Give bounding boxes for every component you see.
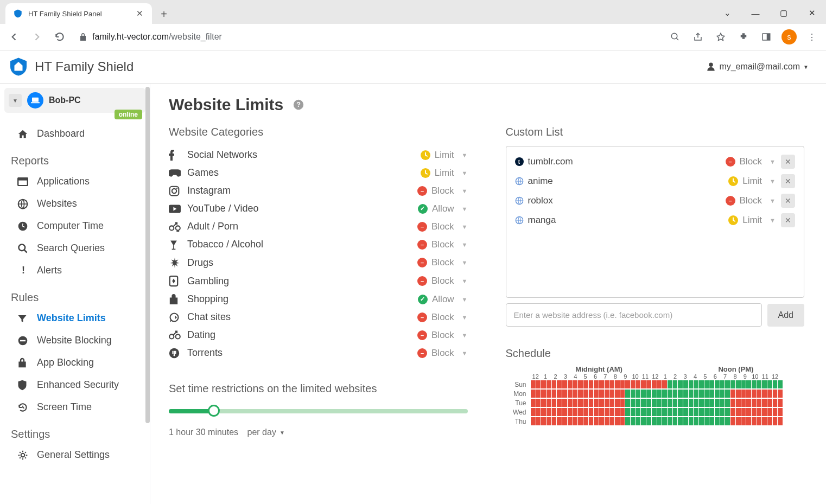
- schedule-cell[interactable]: [547, 399, 551, 407]
- schedule-cell[interactable]: [689, 390, 694, 398]
- schedule-cell[interactable]: [568, 417, 573, 425]
- schedule-cell[interactable]: [589, 380, 594, 388]
- schedule-cell[interactable]: [641, 417, 646, 425]
- sidebar-item-applications[interactable]: Applications: [4, 170, 145, 193]
- brand[interactable]: HT Family Shield: [9, 57, 134, 76]
- url-box[interactable]: family.ht-vector.com/website_filter: [73, 29, 662, 45]
- schedule-cell[interactable]: [689, 399, 694, 407]
- slider-knob[interactable]: [208, 405, 220, 417]
- schedule-cell[interactable]: [568, 399, 573, 407]
- sidebar-item-computer-time[interactable]: Computer Time: [4, 215, 145, 237]
- schedule-cell[interactable]: [725, 390, 730, 398]
- schedule-cell[interactable]: [605, 399, 609, 407]
- status-dropdown[interactable]: –Block▼: [417, 257, 467, 268]
- schedule-cell[interactable]: [694, 408, 698, 416]
- schedule-cell[interactable]: [762, 399, 767, 407]
- schedule-cell[interactable]: [678, 380, 683, 388]
- schedule-cell[interactable]: [594, 390, 599, 398]
- help-icon[interactable]: ?: [293, 99, 304, 110]
- bookmark-icon[interactable]: [711, 27, 730, 47]
- schedule-cell[interactable]: [673, 408, 678, 416]
- schedule-cell[interactable]: [631, 390, 636, 398]
- schedule-cell[interactable]: [578, 408, 583, 416]
- schedule-cell[interactable]: [615, 408, 620, 416]
- schedule-cell[interactable]: [715, 390, 720, 398]
- schedule-cell[interactable]: [646, 408, 651, 416]
- schedule-cell[interactable]: [689, 380, 694, 388]
- profile-button[interactable]: s: [779, 27, 799, 47]
- schedule-cell[interactable]: [678, 399, 683, 407]
- schedule-cell[interactable]: [673, 380, 678, 388]
- schedule-cell[interactable]: [599, 380, 604, 388]
- schedule-grid[interactable]: SunMonTueWedThu: [506, 380, 805, 426]
- schedule-cell[interactable]: [699, 399, 704, 407]
- schedule-cell[interactable]: [615, 390, 620, 398]
- schedule-cell[interactable]: [757, 417, 762, 425]
- forward-button[interactable]: [27, 27, 47, 47]
- schedule-cell[interactable]: [531, 380, 536, 388]
- schedule-cell[interactable]: [615, 417, 620, 425]
- close-window-icon[interactable]: ✕: [798, 2, 826, 24]
- schedule-cell[interactable]: [699, 417, 704, 425]
- schedule-cell[interactable]: [547, 408, 551, 416]
- schedule-cell[interactable]: [699, 390, 704, 398]
- schedule-cell[interactable]: [683, 399, 688, 407]
- schedule-cell[interactable]: [746, 390, 751, 398]
- schedule-cell[interactable]: [683, 390, 688, 398]
- schedule-cell[interactable]: [709, 390, 714, 398]
- schedule-cell[interactable]: [767, 399, 772, 407]
- schedule-cell[interactable]: [694, 390, 698, 398]
- sidebar-item-search-queries[interactable]: Search Queries: [4, 237, 145, 259]
- schedule-cell[interactable]: [773, 390, 778, 398]
- schedule-cell[interactable]: [536, 390, 541, 398]
- schedule-cell[interactable]: [599, 417, 604, 425]
- schedule-cell[interactable]: [657, 380, 662, 388]
- reload-button[interactable]: [50, 27, 69, 47]
- delete-button[interactable]: ✕: [781, 155, 795, 169]
- schedule-cell[interactable]: [736, 390, 741, 398]
- schedule-cell[interactable]: [646, 417, 651, 425]
- maximize-icon[interactable]: ▢: [770, 2, 798, 24]
- schedule-cell[interactable]: [704, 399, 709, 407]
- schedule-cell[interactable]: [625, 417, 630, 425]
- schedule-cell[interactable]: [631, 380, 636, 388]
- schedule-cell[interactable]: [683, 417, 688, 425]
- extensions-icon[interactable]: [734, 27, 753, 47]
- new-tab-button[interactable]: +: [156, 7, 171, 22]
- schedule-cell[interactable]: [709, 408, 714, 416]
- schedule-cell[interactable]: [694, 417, 698, 425]
- schedule-cell[interactable]: [773, 408, 778, 416]
- schedule-cell[interactable]: [715, 417, 720, 425]
- schedule-cell[interactable]: [578, 417, 583, 425]
- schedule-cell[interactable]: [562, 417, 567, 425]
- schedule-cell[interactable]: [668, 408, 672, 416]
- status-dropdown[interactable]: –Block▼: [726, 195, 776, 206]
- schedule-cell[interactable]: [605, 408, 609, 416]
- schedule-cell[interactable]: [631, 408, 636, 416]
- schedule-cell[interactable]: [762, 380, 767, 388]
- schedule-cell[interactable]: [625, 399, 630, 407]
- status-dropdown[interactable]: –Block▼: [417, 239, 467, 250]
- schedule-cell[interactable]: [678, 408, 683, 416]
- schedule-cell[interactable]: [573, 408, 578, 416]
- schedule-cell[interactable]: [583, 408, 588, 416]
- schedule-cell[interactable]: [767, 417, 772, 425]
- schedule-cell[interactable]: [704, 380, 709, 388]
- schedule-cell[interactable]: [778, 408, 783, 416]
- slider-label[interactable]: 1 hour 30 minutes per day ▼: [169, 428, 468, 437]
- schedule-cell[interactable]: [573, 390, 578, 398]
- schedule-cell[interactable]: [615, 380, 620, 388]
- zoom-icon[interactable]: [665, 27, 685, 47]
- schedule-cell[interactable]: [725, 417, 730, 425]
- schedule-cell[interactable]: [730, 380, 735, 388]
- schedule-cell[interactable]: [757, 399, 762, 407]
- schedule-cell[interactable]: [767, 408, 772, 416]
- schedule-cell[interactable]: [752, 380, 757, 388]
- status-dropdown[interactable]: –Block▼: [417, 330, 467, 341]
- schedule-cell[interactable]: [620, 408, 625, 416]
- schedule-cell[interactable]: [609, 380, 614, 388]
- schedule-cell[interactable]: [547, 417, 551, 425]
- device-dropdown-toggle[interactable]: ▼: [9, 94, 22, 107]
- schedule-cell[interactable]: [720, 390, 725, 398]
- schedule-cell[interactable]: [552, 408, 557, 416]
